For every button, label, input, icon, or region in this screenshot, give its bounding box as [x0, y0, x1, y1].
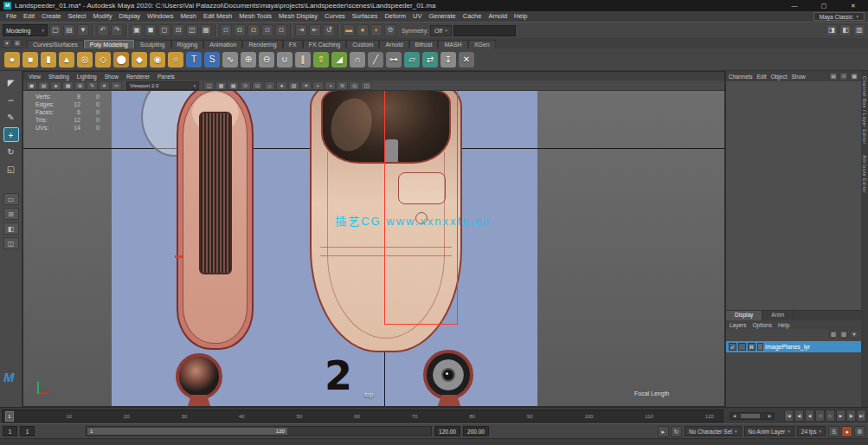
shelf-tab-rigging[interactable]: Rigging: [171, 40, 204, 48]
shelf-tab-xgen[interactable]: XGen: [468, 40, 496, 48]
menu-uv[interactable]: UV: [409, 11, 425, 22]
animation-preferences-icon[interactable]: ⚙: [854, 426, 865, 437]
channel-settings-icon[interactable]: ▤: [829, 72, 838, 81]
snap-to-curve-icon[interactable]: Ω: [234, 24, 246, 36]
svg-tool-icon[interactable]: S: [204, 52, 220, 68]
side-tab-channel-box-layer-editor[interactable]: Channel Box / Layer Editor: [862, 76, 867, 145]
ambient-occlusion-icon[interactable]: ◑: [325, 81, 336, 90]
construction-history-icon[interactable]: ↺: [323, 24, 335, 36]
menu-help[interactable]: Help: [511, 11, 530, 22]
step-forward-frame-button[interactable]: ▶: [836, 410, 845, 422]
move-tool[interactable]: +: [3, 127, 19, 142]
redo-icon[interactable]: ↷: [111, 24, 123, 36]
shaded-icon[interactable]: ●: [276, 81, 287, 90]
layer-color-chip[interactable]: [757, 343, 763, 351]
menu-display[interactable]: Display: [116, 11, 145, 22]
shelf-tab-mash[interactable]: MASH: [438, 40, 467, 48]
layer-display-type-toggle[interactable]: R: [748, 343, 755, 351]
camera-attributes-icon[interactable]: ▤: [38, 81, 49, 90]
panel-menu-lighting[interactable]: Lighting: [77, 74, 97, 80]
shelf-tab-fx-caching[interactable]: FX Caching: [303, 40, 347, 48]
side-tab-attribute-editor[interactable]: Attribute Editor: [862, 155, 867, 193]
layer-visibility-toggle[interactable]: ✓: [729, 343, 736, 351]
go-to-start-button[interactable]: |◀: [784, 410, 794, 422]
shelf-tab-animation[interactable]: Animation: [203, 40, 242, 48]
menu-windows[interactable]: Windows: [144, 11, 177, 22]
step-snap-icon[interactable]: S: [828, 426, 839, 437]
poly-torus-icon[interactable]: ◎: [77, 52, 93, 68]
menu-edit[interactable]: Edit: [20, 11, 38, 22]
project-curve-icon[interactable]: ↧: [440, 52, 456, 68]
shelf-tab-fx[interactable]: FX: [283, 40, 303, 48]
layer-menu-help[interactable]: Help: [778, 322, 789, 328]
quick-selection-field[interactable]: [453, 25, 516, 36]
mirror-icon[interactable]: ⇄: [422, 52, 438, 68]
playback-end-field[interactable]: [434, 426, 460, 436]
shelf-tab-curves-surfaces[interactable]: Curves/Surfaces: [27, 40, 84, 48]
poly-plane-icon[interactable]: ◇: [95, 52, 111, 68]
layer-editor-scrollbar[interactable]: ◀ ▶: [730, 412, 775, 420]
xray-icon[interactable]: ◫: [361, 81, 372, 90]
bookmarks-icon[interactable]: ◈: [50, 81, 61, 90]
panel-menu-panels[interactable]: Panels: [158, 74, 175, 80]
menu-curves[interactable]: Curves: [321, 11, 349, 22]
combine-icon[interactable]: ∪: [277, 52, 293, 68]
layer-playback-toggle[interactable]: [738, 343, 746, 351]
manipulator-icon[interactable]: ▦: [850, 72, 858, 81]
new-layer-from-selected-icon[interactable]: ▾: [850, 330, 858, 339]
workspace-selector[interactable]: Maya Classic ▾: [813, 12, 865, 21]
select-object-icon[interactable]: ◼: [145, 24, 157, 36]
select-hierarchy-icon[interactable]: ▣: [131, 24, 143, 36]
menu-set-selector[interactable]: Modeling ▾: [3, 24, 48, 36]
panel-menu-renderer[interactable]: Renderer: [126, 74, 150, 80]
select-component-icon[interactable]: ◻: [158, 24, 170, 36]
poly-pipe-icon[interactable]: ◉: [150, 52, 165, 68]
multi-cut-icon[interactable]: ╱: [368, 52, 383, 68]
textured-icon[interactable]: ▨: [288, 81, 299, 90]
close-button[interactable]: ✕: [839, 0, 868, 11]
menu-edit-mesh[interactable]: Edit Mesh: [200, 11, 235, 22]
sweep-mesh-icon[interactable]: ∿: [222, 52, 238, 68]
menu-create[interactable]: Create: [38, 11, 65, 22]
channelbox-menu-object[interactable]: Object: [771, 74, 788, 80]
time-slider[interactable]: 1102030405060708090100110120 1: [2, 410, 723, 422]
safe-title-icon[interactable]: ⊡: [252, 81, 263, 90]
extrude-icon[interactable]: ⇧: [313, 52, 329, 68]
layout-persp-graph[interactable]: ◫: [3, 237, 19, 249]
shelf-tabs-menu-icon[interactable]: ▾: [3, 39, 11, 48]
select-face-icon[interactable]: ▦: [200, 24, 212, 36]
render-settings-icon[interactable]: ⚙: [384, 24, 396, 36]
image-plane-icon[interactable]: ▦: [62, 81, 74, 90]
lights-icon[interactable]: ☀: [300, 81, 312, 90]
channel-box-body[interactable]: [726, 81, 861, 310]
step-back-key-button[interactable]: ◀|: [794, 410, 804, 422]
channelbox-menu-show[interactable]: Show: [791, 74, 805, 80]
2d-pan-zoom-icon[interactable]: ⊞: [74, 81, 86, 90]
select-vertex-icon[interactable]: ⊡: [172, 24, 184, 36]
layer-editor-tab-display[interactable]: Display: [726, 311, 762, 320]
menu-surfaces[interactable]: Surfaces: [349, 11, 382, 22]
snap-to-point-icon[interactable]: Ω: [248, 24, 260, 36]
panel-menu-shading[interactable]: Shading: [48, 74, 69, 80]
menu-generate[interactable]: Generate: [425, 11, 459, 22]
scroll-left-icon[interactable]: ◀: [730, 413, 738, 419]
safe-action-icon[interactable]: ⊙: [240, 81, 251, 90]
layer-menu-options[interactable]: Options: [753, 322, 772, 328]
gate-mask-icon[interactable]: ▩: [215, 81, 227, 90]
delete-edge-icon[interactable]: ✕: [459, 52, 474, 68]
toggle-channel-box-icon[interactable]: ▥: [853, 24, 865, 36]
bridge-icon[interactable]: ∩: [350, 52, 365, 68]
range-slider[interactable]: 1 120: [86, 426, 432, 436]
toggle-tool-settings-icon[interactable]: ◧: [839, 24, 852, 36]
isolate-select-icon[interactable]: ◎: [349, 81, 360, 90]
target-weld-icon[interactable]: ⊶: [386, 52, 402, 68]
lasso-tool[interactable]: ∽: [3, 93, 19, 107]
rotate-tool[interactable]: ↻: [3, 145, 19, 159]
symmetry-dropdown[interactable]: Off ▾: [430, 25, 452, 36]
layout-four-pane[interactable]: ⊞: [3, 208, 19, 220]
fps-dropdown[interactable]: 24 fps ▾: [797, 426, 826, 436]
grease-pencil-icon[interactable]: ✎: [87, 81, 98, 90]
playback-speed-icon[interactable]: ▸: [658, 426, 669, 437]
output-connections-icon[interactable]: ⇤: [309, 24, 321, 36]
menu-deform[interactable]: Deform: [381, 11, 409, 22]
